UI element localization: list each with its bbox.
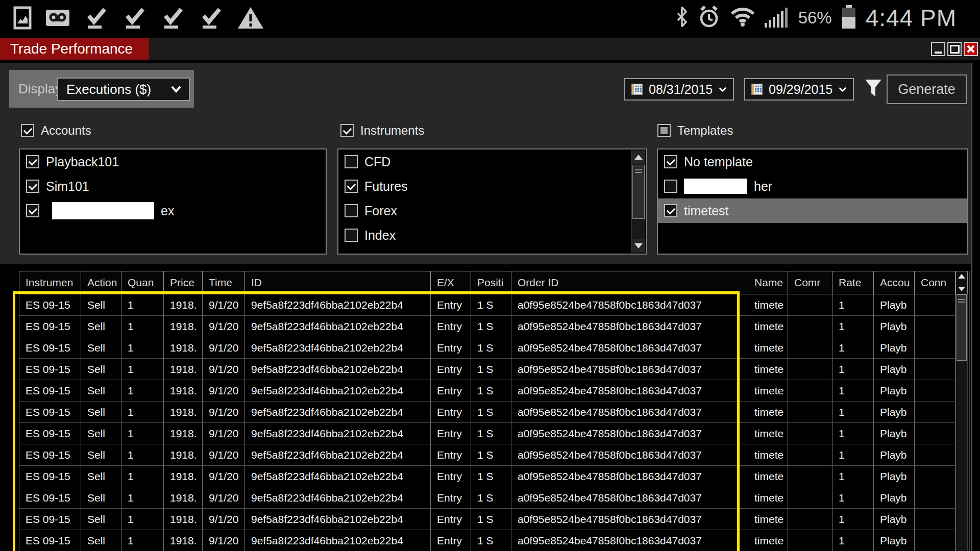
list-item-futures[interactable]: Futures — [338, 174, 646, 198]
minimize-button[interactable] — [931, 42, 945, 56]
table-row[interactable]: ES 09-15Sell11918.9/1/209ef5a8f223df46bb… — [19, 530, 955, 551]
generate-button[interactable]: Generate — [887, 74, 967, 104]
cell: Entry — [431, 380, 471, 402]
column-header-instrumen[interactable]: Instrumen — [19, 271, 81, 294]
battery-icon — [841, 5, 856, 31]
list-item-playback101[interactable]: Playback101 — [20, 149, 326, 174]
cell: Playb — [874, 423, 915, 444]
list-item-label: Sim101 — [46, 179, 89, 194]
table-row[interactable]: ES 09-15Sell11918.9/1/209ef5a8f223df46bb… — [19, 316, 955, 337]
column-header-price[interactable]: Price — [164, 271, 203, 294]
filter-icon — [865, 79, 882, 99]
table-row[interactable]: ES 09-15Sell11918.9/1/209ef5a8f223df46bb… — [19, 380, 955, 402]
table-scroll-buttons[interactable] — [955, 271, 968, 294]
list-item-forex[interactable]: Forex — [338, 198, 646, 223]
table-scrollbar[interactable] — [955, 294, 968, 551]
minimize-icon — [935, 52, 942, 54]
checkbox[interactable] — [345, 229, 358, 242]
column-header-positi[interactable]: Positi — [471, 271, 511, 294]
table-row[interactable]: ES 09-15Sell11918.9/1/209ef5a8f223df46bb… — [19, 444, 955, 466]
filter-button[interactable] — [865, 79, 882, 102]
column-header-time[interactable]: Time — [203, 271, 245, 294]
column-header-quan[interactable]: Quan — [121, 271, 164, 294]
table-row[interactable]: ES 09-15Sell11918.9/1/209ef5a8f223df46bb… — [19, 466, 955, 487]
instruments-checkbox[interactable] — [340, 124, 354, 137]
checkbox[interactable] — [26, 155, 39, 168]
close-button[interactable] — [964, 42, 978, 56]
cell: 1 S — [471, 423, 511, 444]
cell: ES 09-15 — [19, 402, 81, 423]
cell: a0f95e8524be47858f0bc1863d47d037 — [511, 337, 748, 359]
column-header-name[interactable]: Name — [748, 271, 788, 294]
checkbox[interactable] — [664, 180, 677, 193]
list-item-her[interactable]: her — [658, 174, 967, 198]
column-header-accou[interactable]: Accou — [874, 271, 915, 294]
scroll-down-arrow[interactable] — [958, 287, 965, 291]
cell: Entry — [431, 530, 471, 551]
bluetooth-icon — [676, 6, 688, 30]
scrollbar-thumb[interactable] — [957, 294, 967, 361]
checkbox[interactable] — [26, 204, 39, 217]
checkbox[interactable] — [664, 155, 677, 168]
column-header-order-id[interactable]: Order ID — [511, 271, 748, 294]
cell: 1918. — [164, 380, 203, 402]
list-item-label: her — [754, 179, 772, 194]
column-header-conn[interactable]: Conn — [915, 271, 955, 294]
list-item-timetest[interactable]: timetest — [658, 198, 967, 223]
scrollbar-thumb[interactable] — [632, 165, 645, 219]
date-from-picker[interactable]: 08/31/2015 — [624, 78, 734, 101]
maximize-button[interactable] — [947, 42, 962, 56]
checkbox[interactable] — [664, 204, 677, 217]
cell: a0f95e8524be47858f0bc1863d47d037 — [511, 423, 748, 444]
instruments-scrollbar[interactable] — [631, 151, 645, 253]
accounts-checkbox[interactable] — [21, 124, 34, 137]
column-header-action[interactable]: Action — [81, 271, 121, 294]
cell: 9ef5a8f223df46bba2102eb22b4 — [245, 423, 431, 444]
templates-checkbox[interactable] — [657, 124, 671, 137]
cell: 9ef5a8f223df46bba2102eb22b4 — [245, 466, 431, 487]
table-row[interactable]: ES 09-15Sell11918.9/1/209ef5a8f223df46bb… — [19, 359, 955, 380]
list-item-sim101[interactable]: Sim101 — [20, 174, 326, 198]
accounts-header: Accounts — [21, 123, 91, 138]
checkbox[interactable] — [26, 180, 39, 193]
list-item-cfd[interactable]: CFD — [338, 149, 646, 174]
column-header-comr[interactable]: Comr — [788, 271, 832, 294]
display-dropdown[interactable]: Executions ($) — [57, 78, 190, 101]
column-header-e-x[interactable]: E/X — [431, 271, 471, 294]
checkbox[interactable] — [345, 204, 358, 217]
list-item-index[interactable]: Index — [338, 223, 646, 247]
cell: 1 — [121, 444, 164, 466]
table-row[interactable]: ES 09-15Sell11918.9/1/209ef5a8f223df46bb… — [19, 509, 955, 530]
scroll-up-arrow[interactable] — [958, 274, 965, 279]
cell: a0f95e8524be47858f0bc1863d47d037 — [511, 466, 748, 487]
table-row[interactable]: ES 09-15Sell11918.9/1/209ef5a8f223df46bb… — [19, 402, 955, 423]
cell: 1 — [121, 337, 164, 359]
checkbox[interactable] — [345, 180, 358, 193]
voicemail-icon — [46, 6, 69, 30]
table-row[interactable]: ES 09-15Sell11918.9/1/209ef5a8f223df46bb… — [19, 337, 955, 359]
list-item-ex[interactable]: ex — [20, 198, 326, 223]
column-header-rate[interactable]: Rate — [832, 271, 874, 294]
checkbox[interactable] — [345, 155, 358, 168]
cell — [915, 487, 955, 509]
battery-percent: 56% — [798, 8, 832, 28]
column-header-id[interactable]: ID — [245, 271, 431, 294]
date-to-picker[interactable]: 09/29/2015 — [744, 78, 854, 101]
list-item-no-template[interactable]: No template — [658, 149, 967, 174]
cell: timete — [748, 402, 788, 423]
cell: a0f95e8524be47858f0bc1863d47d037 — [511, 380, 748, 402]
chevron-down-icon — [170, 86, 182, 93]
cell: 1 — [832, 380, 874, 402]
scroll-up-arrow[interactable] — [632, 151, 645, 164]
cell: 1918. — [164, 466, 203, 487]
page-title: Trade Performance — [0, 38, 149, 60]
cell: 1 S — [471, 466, 511, 487]
cell: Sell — [81, 380, 121, 402]
table-row[interactable]: ES 09-15Sell11918.9/1/209ef5a8f223df46bb… — [19, 487, 955, 509]
cell — [915, 380, 955, 402]
scroll-down-arrow[interactable] — [632, 239, 645, 253]
cell — [915, 444, 955, 466]
cell: a0f95e8524be47858f0bc1863d47d037 — [511, 316, 748, 337]
table-row[interactable]: ES 09-15Sell11918.9/1/209ef5a8f223df46bb… — [19, 423, 955, 444]
table-row[interactable]: ES 09-15Sell11918.9/1/209ef5a8f223df46bb… — [19, 294, 955, 316]
